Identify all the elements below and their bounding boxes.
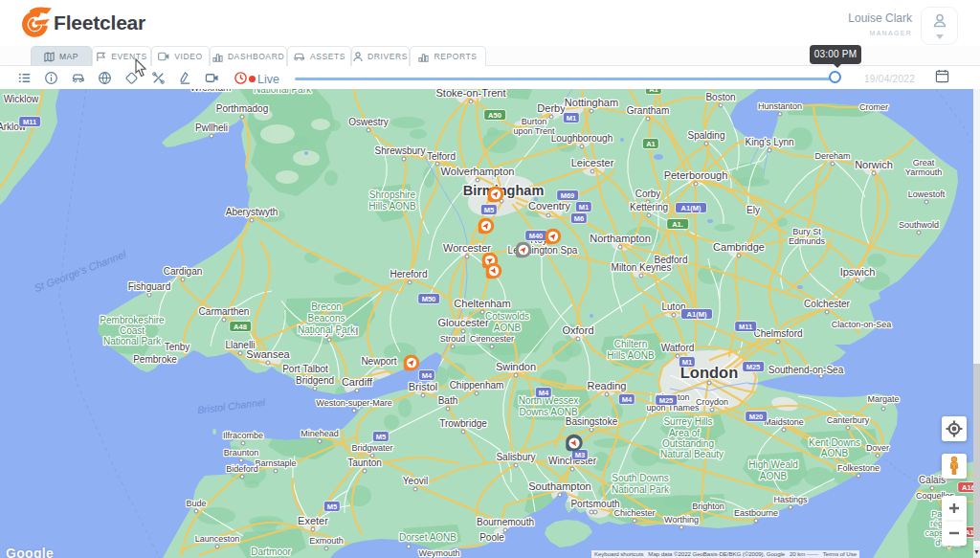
- svg-text:Cromer: Cromer: [859, 102, 888, 112]
- svg-text:Exeter: Exeter: [298, 515, 328, 526]
- svg-text:upon Trent: upon Trent: [513, 126, 555, 136]
- svg-text:Weymouth: Weymouth: [419, 548, 460, 558]
- svg-text:Reading: Reading: [588, 380, 627, 391]
- svg-text:Derby: Derby: [537, 102, 566, 114]
- svg-text:M40: M40: [529, 232, 544, 240]
- svg-text:M20: M20: [749, 413, 764, 421]
- svg-text:Bristol: Bristol: [409, 381, 438, 392]
- svg-text:Cardigan: Cardigan: [164, 266, 203, 277]
- svg-text:Southend-on-Sea: Southend-on-Sea: [768, 365, 844, 375]
- svg-text:Norwich: Norwich: [855, 159, 893, 170]
- svg-text:M1: M1: [682, 358, 692, 367]
- svg-text:Salisbury: Salisbury: [496, 452, 535, 462]
- svg-text:Porthmadog: Porthmadog: [216, 103, 268, 114]
- svg-text:Beacons: Beacons: [308, 313, 345, 324]
- svg-text:A1(M): A1(M): [681, 204, 702, 212]
- svg-text:M3: M3: [575, 451, 585, 459]
- svg-text:Oswestry: Oswestry: [348, 117, 389, 127]
- svg-text:Port Talbot: Port Talbot: [282, 364, 328, 374]
- svg-text:Burton: Burton: [522, 117, 547, 126]
- svg-text:Wicklow: Wicklow: [4, 94, 39, 104]
- svg-text:Hunstanton: Hunstanton: [758, 101, 802, 111]
- svg-text:A1: A1: [646, 140, 656, 148]
- svg-text:M1: M1: [567, 114, 576, 123]
- svg-text:Exmouth: Exmouth: [309, 536, 344, 546]
- svg-text:Cirencester: Cirencester: [470, 334, 514, 344]
- svg-text:M25: M25: [746, 363, 761, 371]
- svg-text:King's Lynn: King's Lynn: [745, 137, 793, 147]
- svg-text:National Park: National Park: [103, 336, 162, 346]
- svg-text:Cardiff: Cardiff: [342, 376, 373, 388]
- svg-text:Boston: Boston: [705, 92, 735, 102]
- svg-text:Cotswolds: Cotswolds: [485, 311, 529, 322]
- svg-text:M11: M11: [23, 118, 36, 126]
- svg-text:Grantham: Grantham: [627, 105, 669, 116]
- svg-text:M1: M1: [579, 203, 589, 212]
- svg-text:Ely: Ely: [746, 205, 760, 215]
- svg-text:A1.: A1.: [672, 220, 683, 229]
- svg-text:Tenby: Tenby: [165, 342, 190, 352]
- svg-text:National Park: National Park: [298, 324, 356, 335]
- svg-text:M11: M11: [739, 323, 752, 331]
- svg-text:Canterbury: Canterbury: [827, 415, 870, 425]
- svg-text:Coventry: Coventry: [528, 200, 571, 212]
- svg-text:Clacton-on-Sea: Clacton-on-Sea: [832, 320, 892, 329]
- svg-text:M5: M5: [484, 206, 494, 214]
- svg-text:M50: M50: [422, 295, 436, 303]
- svg-text:A48: A48: [234, 323, 247, 331]
- svg-text:Shrewsbury: Shrewsbury: [375, 145, 426, 156]
- svg-text:M4: M4: [539, 389, 549, 397]
- svg-text:Nottingham: Nottingham: [565, 97, 618, 108]
- svg-text:Dorset AONB: Dorset AONB: [399, 532, 457, 543]
- svg-text:Natural Beauty: Natural Beauty: [660, 449, 724, 459]
- svg-text:AONB: AONB: [760, 471, 788, 481]
- svg-text:Fishguard: Fishguard: [128, 281, 170, 292]
- svg-text:Dartmoor: Dartmoor: [251, 547, 291, 557]
- svg-text:Northampton: Northampton: [590, 233, 651, 244]
- svg-text:Folkestone: Folkestone: [837, 463, 880, 473]
- svg-text:South Downs: South Downs: [612, 473, 668, 483]
- svg-text:National Park: National Park: [254, 89, 312, 95]
- svg-text:Hereford: Hereford: [390, 269, 428, 279]
- svg-text:Hills AONB: Hills AONB: [607, 350, 655, 361]
- svg-text:Pembroke: Pembroke: [133, 354, 177, 365]
- svg-text:Trowbridge: Trowbridge: [439, 418, 487, 429]
- svg-text:Watford: Watford: [661, 343, 695, 353]
- svg-text:Margate: Margate: [867, 394, 899, 404]
- svg-text:Basingstoke: Basingstoke: [566, 416, 618, 427]
- svg-text:Oxford: Oxford: [562, 324, 593, 336]
- svg-text:Outstanding: Outstanding: [662, 438, 714, 449]
- svg-text:Bridgwater: Bridgwater: [351, 443, 392, 453]
- svg-text:Kent Downs: Kent Downs: [809, 437, 860, 448]
- svg-text:Loughborough: Loughborough: [551, 133, 613, 144]
- svg-text:Yeovil: Yeovil: [403, 476, 428, 486]
- svg-text:Hills AONB: Hills AONB: [368, 201, 416, 212]
- svg-text:Swansea: Swansea: [246, 348, 290, 360]
- svg-text:Surrey Hills: Surrey Hills: [663, 416, 712, 427]
- svg-text:Weston-super-Mare: Weston-super-Mare: [316, 398, 391, 408]
- svg-text:National Park: National Park: [612, 484, 670, 495]
- svg-text:Braunton: Braunton: [224, 448, 259, 458]
- svg-text:Lowestoft: Lowestoft: [908, 190, 946, 199]
- svg-text:M6: M6: [574, 214, 584, 223]
- svg-text:Cambridge: Cambridge: [713, 241, 765, 253]
- svg-text:Hastings: Hastings: [773, 495, 808, 504]
- svg-text:Launceston: Launceston: [195, 534, 240, 544]
- svg-text:Southwold: Southwold: [899, 220, 939, 230]
- svg-text:Croydon: Croydon: [696, 397, 728, 407]
- svg-text:Gloucester: Gloucester: [437, 317, 489, 328]
- svg-text:Portsmouth: Portsmouth: [570, 499, 619, 509]
- svg-text:Maidstone: Maidstone: [764, 417, 804, 427]
- svg-text:Dover: Dover: [866, 443, 889, 453]
- svg-text:Barnstaple: Barnstaple: [255, 458, 296, 468]
- svg-text:Kettering: Kettering: [630, 202, 668, 212]
- svg-text:Southampton: Southampton: [528, 480, 590, 492]
- svg-text:Bournemouth: Bournemouth: [477, 517, 534, 527]
- svg-text:AONB: AONB: [494, 323, 522, 333]
- svg-text:Bridgend: Bridgend: [296, 375, 334, 386]
- svg-text:Eastbourne: Eastbourne: [734, 508, 778, 518]
- svg-text:Newport: Newport: [361, 356, 396, 367]
- svg-text:Wrexham: Wrexham: [190, 89, 232, 93]
- svg-text:Yarmouth: Yarmouth: [905, 167, 942, 177]
- svg-text:Edmunds: Edmunds: [789, 236, 826, 246]
